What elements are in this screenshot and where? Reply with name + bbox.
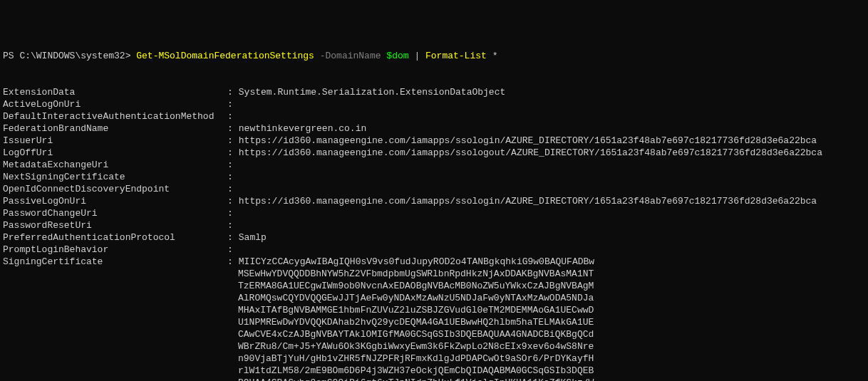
property-row: DefaultInteractiveAuthenticationMethod: [3,110,865,122]
pipe-operator: | [414,51,420,61]
property-name: PreferredAuthenticationProtocol [3,231,227,244]
colon: : [227,171,239,183]
property-row: MetadataExchangeUri: [3,159,865,171]
colon: : [227,219,239,231]
property-value: https://id360.manageengine.com/iamapps/s… [239,195,817,207]
cmdlet-name: Get-MSolDomainFederationSettings [136,51,314,61]
colon: : [227,183,239,195]
property-name: ExtensionData [3,86,227,98]
certificate-lines: MSEwHwYDVQQDDBhNYW5hZ2VFbmdpbmUgSWRlbnRp… [3,268,865,381]
property-name: PasswordChangeUri [3,207,227,219]
property-row: PromptLoginBehavior: [3,244,865,256]
certificate-line: CAwCVE4xCzAJBgNVBAYTAklOMIGfMA0GCSqGSIb3… [3,328,865,340]
certificate-line: MSEwHwYDVQQDDBhNYW5hZ2VFbmdpbmUgSWRlbnRp… [3,268,865,280]
property-value: Samlp [239,231,267,244]
property-name: PromptLoginBehavior [3,244,227,256]
property-name: MetadataExchangeUri [3,159,227,171]
variable-dom: $dom [386,51,408,61]
colon: : [227,147,239,159]
terminal-output: PS C:\WINDOWS\system32> Get-MSolDomainFe… [3,50,865,381]
property-row: PasswordChangeUri: [3,207,865,219]
property-row: NextSigningCertificate: [3,171,865,183]
colon: : [227,122,239,135]
property-name: LogOffUri [3,147,227,159]
certificate-line: rlW1tdZLM58/2mE9BOm6D6P4j3WZH37eOckjQEmC… [3,365,865,377]
property-row: OpenIdConnectDiscoveryEndpoint: [3,183,865,195]
property-value: https://id360.manageengine.com/iamapps/s… [239,135,817,147]
colon: : [227,207,239,219]
property-row: LogOffUri:https://id360.manageengine.com… [3,147,865,159]
certificate-line: BQUAA4GBAGvhg9cmGQ9iRi6gt6xTJpNIdnZbUxLf… [3,377,865,381]
property-row: PassiveLogOnUri:https://id360.manageengi… [3,195,865,207]
property-value: newthinkevergreen.co.in [239,122,366,135]
format-arg: * [492,51,498,61]
certificate-line: TzERMA8GA1UECgwIWm9ob0NvcnAxEDAOBgNVBAcM… [3,280,865,292]
command-line[interactable]: PS C:\WINDOWS\system32> Get-MSolDomainFe… [3,50,865,62]
property-row: PasswordResetUri: [3,219,865,231]
property-row-signingcertificate: SigningCertificate:MIICYzCCAcygAwIBAgIQH… [3,256,865,268]
certificate-line: WBrZRu8/Cm+J5+YAWu6Ok3KGgbiWwxyEwm3k6FkZ… [3,340,865,353]
prompt-path: C:\WINDOWS\system32> [19,51,130,61]
prompt-prefix: PS [3,51,19,61]
certificate-line: U1NPMREwDwYDVQQKDAhab2hvQ29ycDEQMA4GA1UE… [3,316,865,328]
blank-line [3,62,865,74]
colon: : [227,159,239,171]
properties-list: ExtensionData:System.Runtime.Serializati… [3,86,865,256]
property-row: ActiveLogOnUri: [3,98,865,110]
colon: : [227,244,239,256]
param-domainname: -DomainName [320,51,381,61]
colon: : [227,110,239,122]
property-name: ActiveLogOnUri [3,98,227,110]
property-name: OpenIdConnectDiscoveryEndpoint [3,183,227,195]
property-name: FederationBrandName [3,122,227,135]
property-row: PreferredAuthenticationProtocol:Samlp [3,231,865,244]
blank-line [3,74,865,86]
certificate-line: AlROMQswCQYDVQQGEwJJTjAeFw0yNDAxMzAwNzU5… [3,292,865,304]
colon: : [227,195,239,207]
colon: : [227,98,239,110]
property-name: IssuerUri [3,135,227,147]
property-name: DefaultInteractiveAuthenticationMethod [3,110,227,122]
colon: : [227,256,239,268]
colon: : [227,231,239,244]
property-name: PasswordResetUri [3,219,227,231]
property-name: SigningCertificate [3,256,227,268]
colon: : [227,135,239,147]
cmdlet-formatlist: Format-List [425,51,487,61]
property-value: System.Runtime.Serialization.ExtensionDa… [239,86,505,98]
certificate-line: n90VjaBTjYuH/gHb1vZHR5fNJZPFRjRFmxKdlgJd… [3,353,865,365]
property-value: https://id360.manageengine.com/iamapps/s… [239,147,822,159]
property-name: NextSigningCertificate [3,171,227,183]
certificate-line: MHAxITAfBgNVBAMMGE1hbmFnZUVuZ2luZSBJZGVu… [3,304,865,316]
colon: : [227,86,239,98]
property-row: ExtensionData:System.Runtime.Serializati… [3,86,865,98]
property-row: IssuerUri:https://id360.manageengine.com… [3,135,865,147]
property-name: PassiveLogOnUri [3,195,227,207]
property-row: FederationBrandName:newthinkevergreen.co… [3,122,865,135]
property-value: MIICYzCCAcygAwIBAgIQH0sV9vs0fudJupyROD2o… [239,256,594,268]
